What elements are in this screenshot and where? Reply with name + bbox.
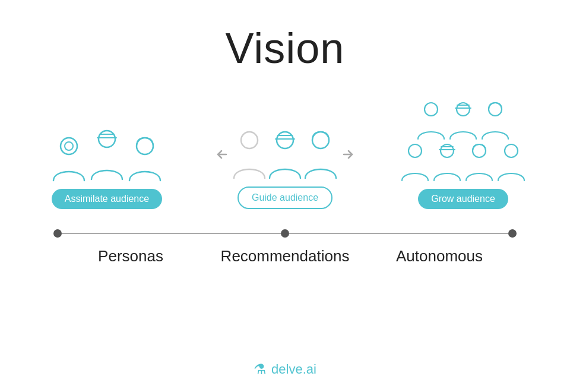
autonomous-column: Grow audience [374, 99, 552, 220]
auto-person-2 [448, 100, 478, 140]
svg-point-21 [505, 144, 518, 157]
timeline [53, 229, 517, 238]
auto-top-row [416, 100, 510, 140]
reco-icons [213, 129, 357, 179]
auto-person-4 [400, 141, 430, 182]
autonomous-icon-area [400, 99, 526, 182]
auto-person-1 [416, 100, 446, 140]
reco-ghost-person [232, 129, 267, 179]
timeline-dot-3 [508, 229, 517, 238]
reco-teal-person-1 [268, 129, 302, 179]
footer-brand-name: delve [271, 362, 303, 377]
personas-icon-area [51, 99, 163, 182]
personas-column: Assimilate audience [18, 99, 196, 220]
auto-bottom-row [400, 141, 526, 182]
footer-logo-icon: ⚗ [254, 361, 267, 378]
svg-point-1 [65, 142, 73, 150]
right-arrow-icon [339, 146, 357, 163]
timeline-dot-2 [281, 229, 289, 238]
reco-teal-person-2 [303, 129, 338, 179]
svg-point-2 [99, 131, 115, 147]
footer: ⚗ delve.ai [254, 361, 316, 378]
recommendations-badge: Guide audience [238, 186, 332, 209]
label-row: Personas Recommendations Autonomous [53, 247, 517, 265]
personas-icons [51, 128, 163, 182]
auto-person-6 [464, 141, 494, 182]
page-title: Vision [226, 24, 345, 72]
svg-point-0 [61, 138, 77, 154]
left-arrow-icon [213, 146, 231, 163]
autonomous-icons [400, 100, 526, 182]
auto-person-5 [432, 141, 462, 182]
persona-person-2 [89, 128, 125, 182]
recommendations-column: Guide audience [196, 96, 374, 220]
personas-label: Personas [53, 247, 208, 265]
footer-brand-text: delve.ai [271, 362, 316, 377]
recommendations-label: Recommendations [208, 247, 362, 265]
auto-person-7 [496, 141, 526, 182]
persona-person-1 [51, 134, 87, 182]
persona-person-3 [127, 134, 163, 182]
autonomous-label: Autonomous [362, 247, 517, 265]
timeline-line-1 [62, 233, 281, 234]
timeline-line-2 [289, 233, 508, 234]
svg-point-6 [241, 132, 258, 148]
autonomous-badge: Grow audience [418, 189, 508, 209]
svg-point-7 [277, 132, 293, 148]
footer-brand-accent: .ai [303, 362, 316, 377]
reco-icon-area [213, 96, 357, 179]
svg-point-16 [408, 144, 422, 157]
vision-columns: Assimilate audience [0, 96, 570, 220]
personas-badge: Assimilate audience [52, 189, 162, 209]
svg-point-11 [425, 103, 438, 116]
timeline-dot-1 [53, 229, 62, 238]
auto-person-3 [480, 100, 510, 140]
